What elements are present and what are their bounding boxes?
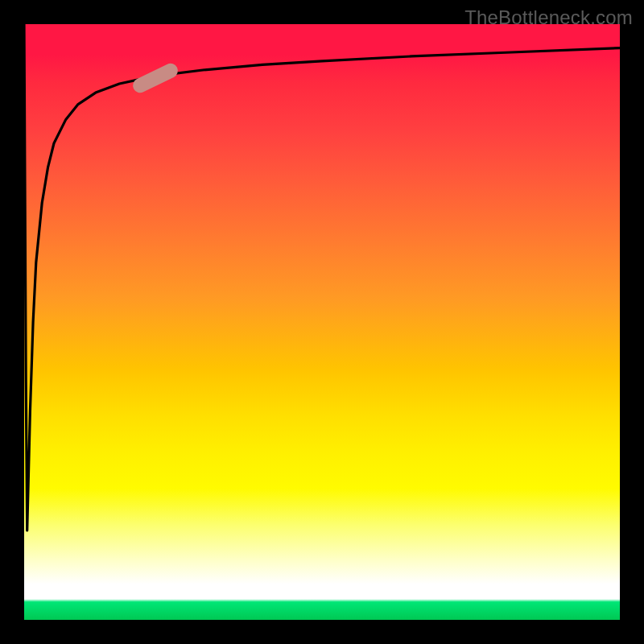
curve-layer <box>24 24 620 620</box>
watermark-text: TheBottleneck.com <box>464 6 633 29</box>
bottleneck-curve <box>24 24 620 530</box>
